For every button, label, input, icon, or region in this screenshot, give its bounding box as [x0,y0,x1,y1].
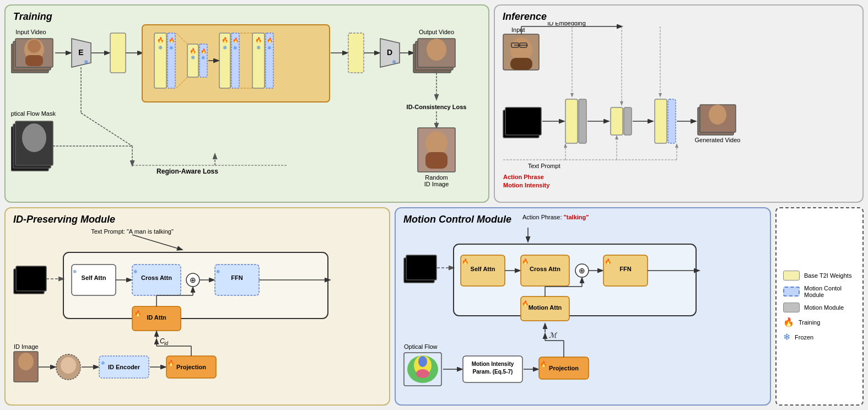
svg-text:Text Prompt: "A man is talking: Text Prompt: "A man is talking" [91,228,174,235]
snowflake-legend-icon: ❄ [783,332,790,342]
svg-text:Input: Input [511,26,525,33]
svg-text:id: id [164,341,169,346]
legend-base-t2i: Base T2I Weights [783,271,856,280]
svg-text:Projection: Projection [176,364,206,370]
svg-rect-95 [624,107,632,135]
svg-text:🔥: 🔥 [134,310,142,317]
svg-text:🔥: 🔥 [190,47,197,55]
svg-text:D: D [387,48,392,57]
svg-text:🔥: 🔥 [201,48,207,55]
legend-motion-module-box [783,303,800,312]
svg-text:ID Attn: ID Attn [147,314,166,321]
svg-line-74 [81,113,132,146]
svg-rect-44 [348,33,364,73]
svg-rect-11 [110,33,126,73]
svg-text:❄: ❄ [191,55,195,61]
svg-text:ID Embedding: ID Embedding [547,22,586,26]
svg-text:❄: ❄ [233,45,238,51]
input-video-label: Input Video [15,29,46,35]
legend-frozen: ❄ Frozen [783,332,856,342]
svg-text:FFN: FFN [231,274,242,281]
bottom-row: ID-Preserving Module Text Prompt: "A man… [4,207,864,406]
svg-rect-121 [16,266,46,291]
svg-text:Motion Attn: Motion Attn [529,304,562,311]
svg-rect-94 [611,107,623,135]
motion-control-svg: 🔥 Self Attn 🔥 Cross Attn ⊕ 🔥 FFN [401,225,710,390]
inference-panel: Inference Input [494,4,864,203]
svg-text:❄: ❄ [84,59,88,65]
svg-text:🔥: 🔥 [168,359,175,366]
svg-line-119 [132,235,182,250]
svg-text:Projection: Projection [549,365,579,371]
legend-panel: Base T2I Weights Motion ContolModule Mot… [775,207,864,406]
svg-rect-93 [579,99,586,143]
svg-text:Generated Video: Generated Video [695,137,741,143]
legend-motion-control: Motion ContolModule [783,285,856,298]
legend-motion-control-box [783,287,800,296]
svg-point-59 [425,131,448,155]
legend-frozen-label: Frozen [795,334,813,341]
legend-training: 🔥 Training [783,317,856,327]
svg-text:FFN: FFN [619,266,631,272]
svg-text:❄: ❄ [101,360,105,366]
svg-text:❄: ❄ [267,45,272,51]
svg-point-197 [418,356,427,367]
svg-text:❄: ❄ [73,269,77,274]
training-title: Training [13,11,481,23]
legend-motion-module: Motion Module [783,303,856,312]
fire-legend-icon: 🔥 [783,317,794,327]
svg-text:ID Image: ID Image [424,181,449,187]
svg-text:🔥: 🔥 [605,258,612,265]
svg-rect-60 [425,152,448,169]
inference-diagram-svg: Input ID Embedding [500,22,809,198]
svg-text:🔥: 🔥 [233,37,239,44]
svg-text:Cross Attn: Cross Attn [141,274,172,281]
svg-text:Motion Intensity: Motion Intensity [472,361,514,367]
svg-text:Action Phrase: Action Phrase [503,174,544,180]
svg-point-4 [28,40,41,53]
svg-text:❄: ❄ [216,269,220,274]
svg-text:Self Attn: Self Attn [82,274,106,281]
training-diagram-svg: Input Video E ❄ 🔥 [11,22,479,198]
svg-point-106 [709,105,726,125]
svg-rect-168 [406,255,436,280]
main-container: Training Input Video E ❄ [0,0,868,410]
svg-text:Motion Intensity: Motion Intensity [503,182,550,188]
svg-text:❄: ❄ [169,45,174,51]
svg-text:❄: ❄ [223,45,227,51]
id-preserving-title: ID-Preserving Module [13,214,381,225]
svg-rect-82 [510,58,532,70]
svg-text:Cross Attn: Cross Attn [530,266,560,272]
svg-text:🔥: 🔥 [157,36,164,44]
legend-motion-control-label: Motion ContolModule [804,285,842,298]
svg-text:🔥: 🔥 [169,37,175,44]
inference-title: Inference [503,11,855,23]
id-preserving-panel: ID-Preserving Module Text Prompt: "A man… [4,207,390,406]
svg-point-66 [22,123,46,152]
svg-rect-90 [505,107,541,135]
svg-text:ℳ: ℳ [549,331,558,339]
svg-text:🔥: 🔥 [222,36,229,44]
legend-base-t2i-label: Base T2I Weights [804,272,851,279]
legend-motion-module-label: Motion Module [804,304,844,311]
id-preserving-svg: Text Prompt: "A man is talking" ❄ Self A… [11,225,380,390]
svg-text:🔥: 🔥 [462,258,469,265]
svg-text:🔥: 🔥 [267,37,273,44]
action-phrase-header: Action Phrase: "talking" [522,214,589,220]
svg-point-198 [416,369,429,378]
svg-text:🔥: 🔥 [255,36,262,44]
svg-text:🔥: 🔥 [540,360,547,368]
svg-text:❄: ❄ [201,55,206,61]
svg-point-53 [427,39,446,61]
training-panel: Training Input Video E ❄ [4,4,489,203]
svg-text:⊕: ⊕ [190,276,196,284]
svg-text:Output Video: Output Video [419,29,454,35]
svg-rect-92 [565,99,578,143]
svg-text:Optical Flow: Optical Flow [404,343,438,350]
svg-text:❄: ❄ [133,269,138,274]
svg-point-149 [18,353,34,370]
svg-text:❄: ❄ [392,59,396,65]
svg-text:Param. (Eq.5-7): Param. (Eq.5-7) [473,369,513,375]
svg-text:Random: Random [425,174,448,181]
svg-text:E: E [78,48,83,57]
